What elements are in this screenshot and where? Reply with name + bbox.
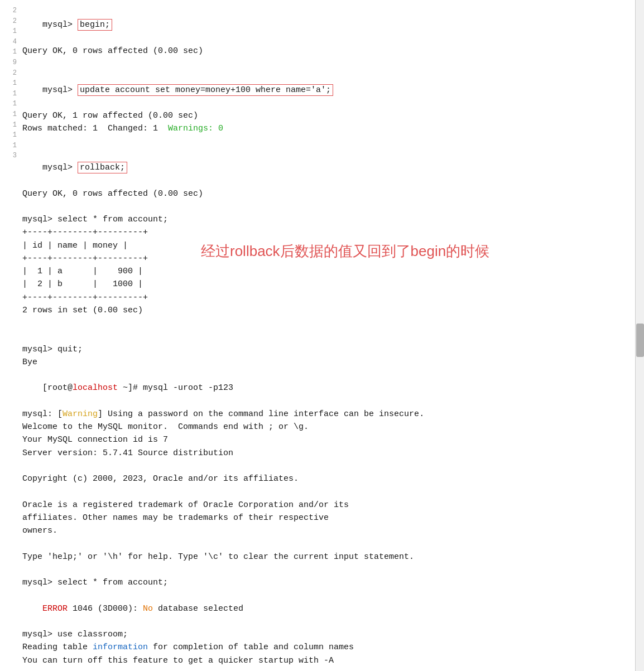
- line-table-row-2: | 2 | b | 1000 |: [22, 278, 633, 291]
- select-rollback-section: mysql> select * from account; +----+----…: [22, 213, 633, 304]
- line-blank-4: [22, 317, 633, 330]
- line-query-ok-3: Query OK, 0 rows affected (0.00 sec): [22, 187, 633, 200]
- line-turn-off: You can turn off this feature to get a q…: [22, 654, 633, 667]
- line-conn-id: Your MySQL connection id is 7: [22, 433, 633, 446]
- no-label: No: [143, 604, 153, 614]
- line-update: mysql> update account set money=money+10…: [22, 70, 633, 109]
- line-query-ok-2: Query OK, 1 row affected (0.00 sec): [22, 109, 633, 122]
- prompt: mysql>: [42, 85, 78, 95]
- cmd-update: update account set money=money+100 where…: [78, 84, 333, 96]
- line-blank-2: [22, 136, 633, 148]
- information-label: information: [93, 643, 148, 652]
- line-blank-5: [22, 330, 633, 342]
- line-type-help: Type 'help;' or '\h' for help. Type '\c'…: [22, 551, 633, 563]
- line-rollback: mysql> rollback;: [22, 148, 633, 187]
- line-blank-8: [22, 537, 633, 550]
- line-blank-6: [22, 460, 633, 472]
- cmd-begin: begin;: [78, 19, 112, 31]
- line-table-header: | id | name | money |: [22, 239, 633, 252]
- line-query-ok-1: Query OK, 0 rows affected (0.00 sec): [22, 45, 633, 57]
- line-table-border-2: +----+--------+---------+: [22, 252, 633, 265]
- scrollbar[interactable]: [635, 0, 644, 671]
- line-blank-3: [22, 200, 633, 213]
- line-table-border-1: +----+--------+---------+: [22, 226, 633, 239]
- error-label: ERROR: [42, 604, 68, 614]
- line-warning: mysql: [Warning] Using a password on the…: [22, 408, 633, 421]
- line-select-1: mysql> select * from account;: [22, 213, 633, 226]
- line-copyright: Copyright (c) 2000, 2023, Oracle and/or …: [22, 472, 633, 485]
- warnings-text: Warnings: 0: [168, 124, 223, 133]
- line-select-error: mysql> select * from account;: [22, 576, 633, 589]
- line-blank-7: [22, 485, 633, 498]
- line-oracle-2: affiliates. Other names may be trademark…: [22, 511, 633, 524]
- line-2rows: 2 rows in set (0.00 sec): [22, 304, 633, 317]
- scrollbar-thumb[interactable]: [636, 324, 644, 357]
- line-table-row-1: | 1 | a | 900 |: [22, 265, 633, 278]
- cmd-rollback: rollback;: [78, 162, 127, 173]
- line-shell-login: [root@localhost ~]# mysql -uroot -p123: [22, 369, 633, 408]
- line-quit: mysql> quit;: [22, 343, 633, 356]
- line-use-classroom: mysql> use classroom;: [22, 628, 633, 641]
- line-blank-1: [22, 57, 633, 70]
- line-server-ver: Server version: 5.7.41 Source distributi…: [22, 447, 633, 460]
- line-error-msg: ERROR 1046 (3D000): No database selected: [22, 589, 633, 628]
- line-blank-9: [22, 563, 633, 576]
- prompt: mysql>: [42, 163, 78, 172]
- terminal-container: mysql> begin; Query OK, 0 rows affected …: [0, 0, 644, 671]
- line-rows-matched: Rows matched: 1 Changed: 1 Warnings: 0: [22, 122, 633, 135]
- line-oracle-1: Oracle is a registered trademark of Orac…: [22, 499, 633, 511]
- localhost-text: localhost: [73, 383, 118, 393]
- line-numbers: 22 14 19 211 11111 3: [0, 0, 20, 161]
- line-reading-table: Reading table information for completion…: [22, 641, 633, 654]
- line-table-border-3: +----+--------+---------+: [22, 291, 633, 304]
- line-oracle-3: owners.: [22, 524, 633, 537]
- line-blank-10: [22, 667, 633, 671]
- prompt: mysql>: [42, 20, 78, 30]
- line-bye: Bye: [22, 356, 633, 369]
- line-begin: mysql> begin;: [22, 6, 633, 45]
- line-welcome: Welcome to the MySQL monitor. Commands e…: [22, 421, 633, 433]
- warning-label: Warning: [63, 409, 98, 419]
